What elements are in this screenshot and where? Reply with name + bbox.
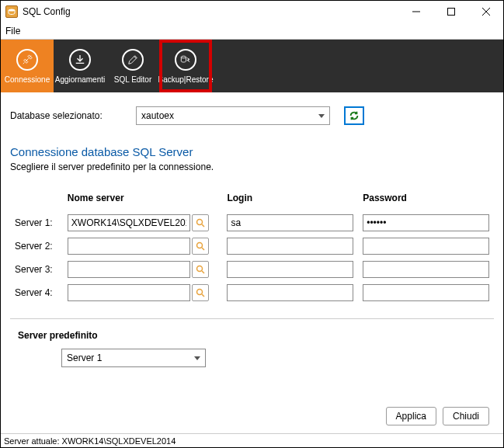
tab-aggiornamenti[interactable]: Aggiornamenti: [54, 40, 106, 92]
backup-restore-icon: [175, 49, 196, 71]
svg-line-7: [202, 224, 204, 227]
server-4-name-input[interactable]: [68, 284, 190, 301]
server-4-login-input[interactable]: [227, 284, 353, 301]
row-label: Server 1:: [10, 211, 63, 234]
titlebar: SQL Config: [1, 1, 503, 23]
status-text: Server attuale: XWORK14\SQLXDEVEL2014: [4, 436, 176, 446]
search-icon: [196, 265, 205, 274]
server-3-name-input[interactable]: [68, 261, 190, 278]
tab-connessione[interactable]: Connessione: [1, 40, 54, 92]
tab-label: Backup|Restore: [158, 75, 214, 84]
search-icon: [196, 288, 205, 297]
svg-line-13: [202, 294, 204, 297]
tab-backup-restore[interactable]: Backup|Restore: [159, 40, 212, 92]
server-row-4: Server 4:: [10, 281, 494, 304]
svg-point-0: [9, 9, 15, 12]
default-server-select[interactable]: Server 1: [61, 349, 206, 367]
browse-server-button[interactable]: [192, 238, 209, 255]
server-2-name-input[interactable]: [68, 238, 190, 255]
maximize-button[interactable]: [433, 1, 468, 23]
tab-sql-editor[interactable]: SQL Editor: [106, 40, 159, 92]
server-1-login-input[interactable]: [227, 214, 353, 231]
section-title: Connessione database SQL Server: [10, 145, 494, 158]
server-1-name-input[interactable]: [68, 214, 190, 231]
svg-point-5: [181, 56, 186, 58]
footer-buttons: Applica Chiudi: [372, 407, 503, 425]
toolbar: Connessione Aggiornamenti SQL Editor Bac…: [1, 40, 503, 92]
column-login: Login: [222, 189, 358, 211]
updates-icon: [69, 49, 91, 71]
column-password: Password: [358, 189, 494, 211]
server-grid: Nome server Login Password Server 1: Ser…: [1, 174, 503, 304]
server-row-3: Server 3:: [10, 258, 494, 281]
connection-icon: [16, 49, 38, 71]
server-row-2: Server 2:: [10, 234, 494, 258]
server-row-1: Server 1:: [10, 211, 494, 234]
app-icon: [5, 5, 18, 18]
database-select[interactable]: xautoex: [136, 106, 330, 125]
chevron-down-icon: [194, 356, 200, 360]
svg-point-10: [196, 266, 202, 272]
row-label: Server 4:: [10, 281, 63, 304]
browse-server-button[interactable]: [192, 261, 209, 278]
pencil-icon: [122, 49, 144, 71]
default-server-label: Server predefinito: [1, 319, 503, 346]
server-4-password-input[interactable]: [363, 284, 489, 301]
row-label: Server 2:: [10, 234, 63, 258]
database-value: xautoex: [141, 110, 174, 121]
database-row: Database selezionato: xautoex: [1, 92, 503, 139]
window-controls: [398, 1, 503, 23]
close-button[interactable]: [468, 1, 503, 23]
row-label: Server 3:: [10, 258, 63, 281]
server-2-login-input[interactable]: [227, 238, 353, 255]
menubar: File: [1, 23, 503, 40]
svg-point-12: [196, 290, 202, 295]
section-header: Connessione database SQL Server Sceglier…: [1, 139, 503, 174]
minimize-button[interactable]: [398, 1, 433, 23]
close-button-ui[interactable]: Chiudi: [443, 407, 489, 425]
column-server: Nome server: [63, 189, 223, 211]
tab-label: SQL Editor: [114, 75, 152, 84]
svg-point-8: [196, 243, 202, 248]
tab-label: Aggiornamenti: [55, 75, 105, 84]
search-icon: [196, 218, 205, 227]
svg-rect-2: [447, 9, 454, 16]
browse-server-button[interactable]: [192, 284, 209, 301]
apply-button[interactable]: Applica: [386, 407, 436, 425]
refresh-icon: [349, 110, 360, 121]
statusbar: Server attuale: XWORK14\SQLXDEVEL2014: [1, 433, 503, 447]
database-label: Database selezionato:: [10, 110, 127, 121]
server-3-login-input[interactable]: [227, 261, 353, 278]
window-title: SQL Config: [23, 6, 71, 17]
server-1-password-input[interactable]: [363, 214, 489, 231]
default-server-value: Server 1: [67, 352, 102, 363]
server-3-password-input[interactable]: [363, 261, 489, 278]
section-subtitle: Scegliere il server predefinito per la c…: [10, 161, 494, 172]
svg-line-11: [202, 271, 204, 273]
server-2-password-input[interactable]: [363, 238, 489, 255]
svg-point-6: [196, 220, 202, 225]
svg-line-9: [202, 248, 204, 250]
menu-file[interactable]: File: [5, 26, 20, 36]
chevron-down-icon: [318, 114, 325, 118]
refresh-button[interactable]: [344, 106, 364, 125]
tab-label: Connessione: [5, 75, 50, 84]
browse-server-button[interactable]: [192, 214, 209, 231]
search-icon: [196, 241, 205, 251]
